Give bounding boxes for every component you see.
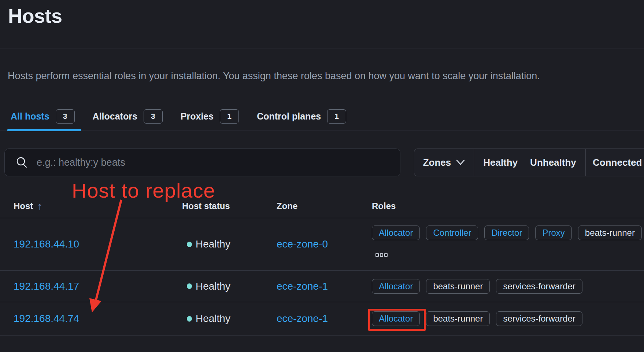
title-divider xyxy=(0,48,644,48)
tab-label: Proxies xyxy=(181,111,214,122)
boxes-horizontal-icon xyxy=(384,253,388,257)
table-row: 192.168.44.10Healthyece-zone-0AllocatorC… xyxy=(0,218,644,271)
role-badge-controller[interactable]: Controller xyxy=(426,225,478,240)
health-dot-icon xyxy=(187,242,192,247)
boxes-horizontal-icon xyxy=(380,253,383,257)
roles-cell: Allocatorbeats-runnerservices-forwarder xyxy=(372,279,644,294)
zones-filter-label: Zones xyxy=(423,157,451,168)
unhealthy-filter-button[interactable]: Unhealthy xyxy=(530,157,576,168)
search-input[interactable] xyxy=(36,148,400,176)
table-row: 192.168.44.74Healthyece-zone-1Allocatorb… xyxy=(0,302,644,336)
role-badge-services-forwarder: services-forwarder xyxy=(496,279,582,294)
tab-control-planes[interactable]: Control planes1 xyxy=(257,109,346,124)
filter-group: Zones Healthy Unhealthy Connected xyxy=(414,148,644,176)
role-badge-services-forwarder: services-forwarder xyxy=(496,311,582,326)
zones-filter-button[interactable]: Zones xyxy=(423,157,465,168)
host-status: Healthy xyxy=(182,280,277,292)
tab-label: Control planes xyxy=(257,111,321,122)
table-row: 192.168.44.17Healthyece-zone-1Allocatorb… xyxy=(0,271,644,302)
tab-proxies[interactable]: Proxies1 xyxy=(181,109,239,124)
zone-link[interactable]: ece-zone-0 xyxy=(277,238,372,250)
hosts-table: Host ↑ Host status Zone Roles 192.168.44… xyxy=(0,194,644,336)
roles-cell: Allocatorbeats-runnerservices-forwarder xyxy=(372,311,644,326)
tab-all-hosts[interactable]: All hosts3 xyxy=(11,109,75,124)
zone-link[interactable]: ece-zone-1 xyxy=(277,313,372,324)
health-filter-section: Healthy Unhealthy xyxy=(474,149,585,176)
connected-filter-button[interactable]: Connected xyxy=(593,157,642,168)
health-dot-icon xyxy=(187,283,192,289)
tab-count-badge: 3 xyxy=(56,109,75,124)
host-link[interactable]: 192.168.44.74 xyxy=(14,313,182,324)
tab-allocators[interactable]: Allocators3 xyxy=(93,109,163,124)
role-badge-allocator[interactable]: Allocator xyxy=(372,311,420,326)
chevron-down-icon xyxy=(456,160,465,165)
host-link[interactable]: 192.168.44.17 xyxy=(14,280,182,292)
tabs-bottom-border xyxy=(0,131,644,131)
tabs-bar: All hosts3Allocators3Proxies1Control pla… xyxy=(11,109,346,124)
active-tab-underline xyxy=(7,129,81,131)
page-description: Hosts perform essential roles in your in… xyxy=(8,70,644,82)
column-header-roles: Roles xyxy=(372,201,644,211)
column-header-zone: Zone xyxy=(277,201,372,211)
zones-filter-section: Zones xyxy=(414,149,474,176)
tab-count-badge: 1 xyxy=(220,109,239,124)
tab-count-badge: 3 xyxy=(144,109,163,124)
role-badge-director[interactable]: Director xyxy=(484,225,529,240)
search-icon xyxy=(16,157,28,168)
health-dot-icon xyxy=(187,316,192,322)
healthy-filter-button[interactable]: Healthy xyxy=(483,157,518,168)
sort-ascending-icon: ↑ xyxy=(37,201,42,212)
tab-label: Allocators xyxy=(93,111,137,122)
role-badge-proxy[interactable]: Proxy xyxy=(535,225,571,240)
role-badge-allocator[interactable]: Allocator xyxy=(372,279,420,294)
role-badge-beats-runner: beats-runner xyxy=(578,225,642,240)
tab-label: All hosts xyxy=(11,111,49,122)
annotation-text: Host to replace xyxy=(72,179,215,202)
boxes-horizontal-icon xyxy=(375,253,379,257)
host-status-label: Healthy xyxy=(196,280,230,292)
host-link[interactable]: 192.168.44.10 xyxy=(14,238,182,250)
more-roles-button[interactable] xyxy=(375,253,388,257)
roles-cell: AllocatorControllerDirectorProxybeats-ru… xyxy=(372,218,644,257)
host-status: Healthy xyxy=(182,313,277,324)
host-status-label: Healthy xyxy=(196,313,230,324)
page-title: Hosts xyxy=(8,4,62,27)
host-status-label: Healthy xyxy=(196,238,230,250)
zone-link[interactable]: ece-zone-1 xyxy=(277,280,372,292)
tab-count-badge: 1 xyxy=(327,109,346,124)
connected-filter-section: Connected xyxy=(585,149,644,176)
host-status: Healthy xyxy=(182,238,277,250)
search-box xyxy=(4,148,400,176)
role-badge-beats-runner: beats-runner xyxy=(426,311,490,326)
role-badge-allocator[interactable]: Allocator xyxy=(372,225,420,240)
column-header-host-status: Host status xyxy=(182,201,277,211)
role-badge-beats-runner: beats-runner xyxy=(426,279,490,294)
